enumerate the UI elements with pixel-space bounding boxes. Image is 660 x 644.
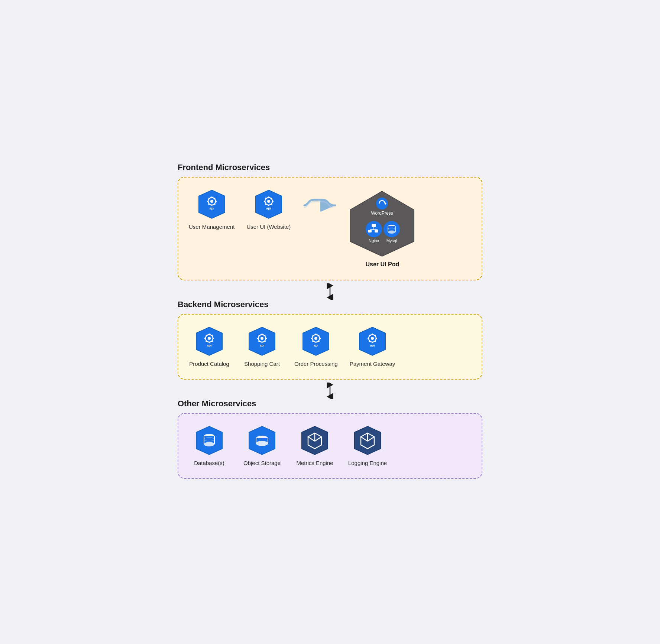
pod-shape: WordPress Nginx (348, 189, 417, 258)
pod-pentagon: WordPress Nginx (348, 189, 417, 258)
service-payment-gateway: api Payment Gateway (350, 326, 395, 367)
other-section: Other Microservices Database(s) (178, 399, 482, 479)
service-user-management: api User Management (189, 189, 234, 230)
main-container: Frontend Microservices api (163, 148, 497, 497)
curved-arrow-icon (302, 196, 336, 215)
frontend-box: api User Management (178, 177, 482, 280)
object-storage-label: Object Storage (243, 460, 281, 466)
svg-text:api: api (266, 206, 271, 210)
svg-text:api: api (259, 344, 264, 347)
svg-text:Mysql: Mysql (386, 238, 397, 243)
metrics-engine-icon (300, 426, 330, 455)
service-shopping-cart: api Shopping Cart (242, 326, 282, 367)
svg-point-40 (388, 231, 395, 234)
other-label: Other Microservices (178, 399, 482, 409)
service-user-ui: api User UI (Website) (246, 189, 291, 230)
database-icon (194, 426, 224, 455)
product-catalog-label: Product Catalog (189, 361, 229, 367)
service-order-processing: api Order Processing (294, 326, 338, 367)
frontend-arrow-connector (302, 189, 336, 215)
arrow-backend-other (178, 383, 482, 399)
backend-services-row: api Product Catalog (189, 326, 471, 367)
service-logging-engine: Logging Engine (347, 426, 388, 466)
pod-label: User UI Pod (365, 261, 399, 268)
payment-gateway-icon: api (358, 326, 387, 356)
svg-marker-60 (249, 327, 275, 355)
svg-text:api: api (314, 344, 318, 347)
object-storage-icon (247, 426, 277, 455)
svg-rect-33 (375, 230, 378, 232)
service-metrics-engine: Metrics Engine (294, 426, 335, 466)
svg-rect-32 (368, 230, 372, 232)
service-database: Database(s) (189, 426, 230, 466)
svg-point-63 (261, 337, 263, 340)
frontend-label: Frontend Microservices (178, 163, 482, 172)
logging-engine-label: Logging Engine (348, 460, 387, 466)
svg-point-109 (256, 441, 268, 446)
svg-text:api: api (207, 344, 211, 347)
svg-text:Nginx: Nginx (369, 238, 379, 243)
frontend-section: Frontend Microservices api (178, 163, 482, 280)
payment-gateway-label: Payment Gateway (350, 361, 395, 367)
service-object-storage: Object Storage (242, 426, 282, 466)
svg-marker-72 (303, 327, 329, 355)
svg-point-3 (210, 200, 213, 203)
svg-point-15 (267, 200, 270, 203)
svg-point-75 (314, 337, 317, 340)
svg-text:WordPress: WordPress (371, 211, 393, 216)
svg-marker-84 (359, 327, 385, 355)
logging-engine-icon (353, 426, 382, 455)
shopping-cart-icon: api (247, 326, 277, 356)
shopping-cart-label: Shopping Cart (244, 361, 280, 367)
backend-label: Backend Microservices (178, 300, 482, 309)
svg-point-102 (204, 442, 214, 446)
svg-rect-31 (372, 224, 376, 227)
other-services-row: Database(s) Object Storage (189, 426, 471, 466)
user-ui-label: User UI (Website) (246, 224, 291, 230)
svg-marker-48 (196, 327, 222, 355)
user-ui-icon: api (254, 189, 284, 219)
arrow-frontend-backend (178, 283, 482, 300)
order-processing-label: Order Processing (294, 361, 338, 367)
metrics-engine-label: Metrics Engine (296, 460, 333, 466)
service-product-catalog: api Product Catalog (189, 326, 230, 367)
backend-box: api Product Catalog (178, 314, 482, 380)
svg-point-51 (208, 337, 211, 340)
double-arrow-1-icon (324, 283, 336, 300)
svg-text:api: api (370, 344, 375, 347)
database-label: Database(s) (194, 460, 224, 466)
svg-point-87 (371, 337, 374, 340)
svg-marker-12 (256, 190, 282, 218)
other-box: Database(s) Object Storage (178, 413, 482, 479)
user-ui-pod-wrapper: WordPress Nginx (348, 189, 417, 268)
order-processing-icon: api (301, 326, 331, 356)
svg-text:api: api (209, 206, 214, 210)
user-management-label: User Management (189, 224, 234, 230)
backend-section: Backend Microservices api (178, 300, 482, 380)
user-management-icon: api (197, 189, 227, 219)
svg-marker-0 (199, 190, 225, 218)
double-arrow-2-icon (324, 383, 336, 399)
frontend-row: api User Management (189, 189, 471, 268)
product-catalog-icon: api (194, 326, 224, 356)
